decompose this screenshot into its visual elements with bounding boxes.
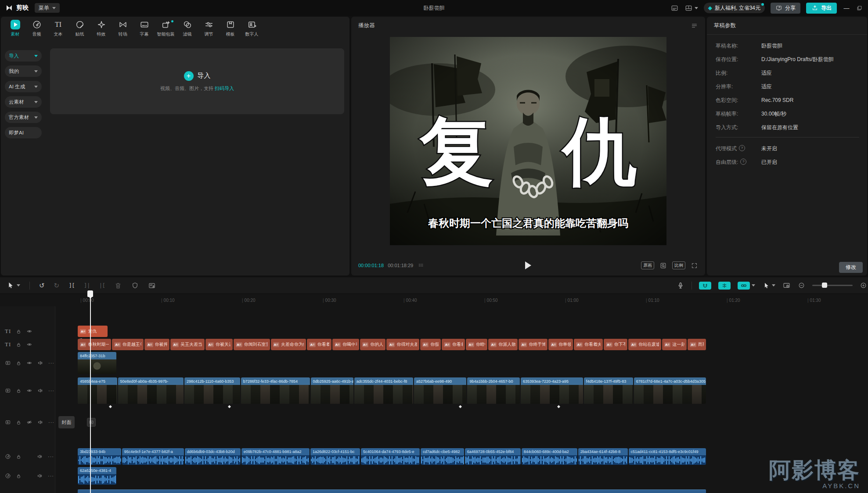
subtitle-clip[interactable]: A≡ 你站在废墟上	[628, 339, 661, 350]
audio-clip[interactable]: 1a26d822-03cf-4151-bc	[310, 448, 360, 465]
more-icon[interactable]: ···	[48, 360, 54, 366]
zoom-in-button[interactable]	[860, 282, 867, 289]
subtitle-clip[interactable]: A≡ 你得对夫差	[386, 339, 419, 350]
audio-clip[interactable]: 2ba434ae-614f-42b8-8	[578, 448, 628, 465]
scan-import-link[interactable]: 扫码导入	[215, 86, 234, 91]
tab-adjust[interactable]: 调节	[198, 19, 220, 42]
tab-digital-human[interactable]: 数字人	[241, 19, 263, 42]
speaker-icon[interactable]	[37, 419, 43, 425]
sidebar-item-jimeng-ai[interactable]: 即梦AI	[5, 127, 42, 138]
audio-clip[interactable]: c51ad411-cc81-4153-8df5-e3c9c01f49	[629, 448, 706, 465]
zoom-out-button[interactable]	[798, 282, 805, 289]
tab-material[interactable]: 素材	[4, 19, 26, 42]
timeline-preview-toggle[interactable]	[782, 281, 791, 290]
tab-audio[interactable]: 音频	[26, 19, 47, 42]
video-preview[interactable]: 复 仇 春秋时期一个亡国之君真的能靠吃苦翻身吗	[390, 37, 666, 245]
smart-caption-button[interactable]	[148, 282, 156, 290]
more-icon[interactable]: ···	[48, 473, 54, 478]
subtitle-clip[interactable]: A≡ 春秋时期一	[78, 339, 111, 350]
audio-clip[interactable]: 62a5250e-4381-4	[78, 467, 116, 485]
tab-smart-package[interactable]: 智能包装	[155, 19, 176, 42]
lock-icon[interactable]	[16, 473, 22, 479]
main-track-magnet-toggle[interactable]	[699, 282, 711, 290]
timeline-ruler[interactable]: 00:0000:1000:2000:3000:4000:5001:0001:10…	[55, 294, 868, 306]
export-button[interactable]: 导出	[806, 3, 837, 14]
more-icon[interactable]: ···	[48, 454, 54, 459]
subtitle-clip[interactable]: A≡ 你看着夫	[574, 339, 603, 350]
subtitle-clip[interactable]: A≡ 你看着	[442, 339, 465, 350]
tab-transition[interactable]: 转场	[112, 19, 133, 42]
speaker-icon[interactable]	[37, 453, 43, 460]
delete-button[interactable]	[114, 282, 122, 290]
audio-clip[interactable]: 5c401064-da74-4793-8de5-e	[361, 448, 420, 465]
keyframe-dot[interactable]	[557, 405, 560, 408]
subtitle-clip[interactable]: A≡ 你假装	[420, 339, 441, 350]
eye-icon[interactable]	[26, 360, 32, 366]
audio-clip[interactable]: 95c4e9cf-1e7e-4377-b82f-a	[122, 448, 184, 465]
lock-icon[interactable]	[16, 420, 22, 425]
tab-filter[interactable]: 滤镜	[176, 19, 198, 42]
promo-banner[interactable]: ◆ 新人福利, 立省34元	[704, 3, 765, 13]
tab-caption[interactable]: 字幕	[133, 19, 155, 42]
frame-columns-icon[interactable]	[418, 262, 424, 269]
keyframe-dot[interactable]	[109, 405, 112, 408]
subtitle-clip[interactable]: A≡ 夫差命你为他	[271, 339, 306, 350]
speaker-icon[interactable]	[37, 388, 43, 394]
subtitle-clip[interactable]: A≡ 你下不了	[604, 339, 627, 350]
lock-icon[interactable]	[16, 388, 22, 394]
video-clip[interactable]: 4585b4ea-e75	[78, 377, 117, 404]
subtitle-clip[interactable]: A≡ 你率领军	[548, 339, 573, 350]
lock-icon[interactable]	[16, 454, 22, 460]
minimize-button[interactable]: —	[843, 5, 850, 11]
audio-clip[interactable]: 3bd23933-94b	[78, 448, 121, 465]
subtitle-clip[interactable]: A≡ 你的人潜	[360, 339, 385, 350]
quality-button[interactable]: 原画	[641, 261, 654, 269]
sidebar-item-import[interactable]: 导入	[5, 50, 42, 62]
subtitle-clip[interactable]: A≡ 你闻到石室里	[234, 339, 270, 350]
audio-track-3-partial[interactable]	[78, 489, 706, 493]
subtitle-clip[interactable]: A≡ 你暗中	[466, 339, 487, 350]
video-clip[interactable]: a527b6ab-ee98-490	[414, 377, 466, 404]
lock-icon[interactable]	[16, 329, 22, 334]
audio-clip[interactable]: 6a469728-0b55-452e-bf84	[465, 448, 521, 465]
subtitle-clip[interactable]: A≡ 这一刻你	[662, 339, 687, 350]
eye-icon[interactable]	[26, 328, 32, 334]
video-clip[interactable]: f4d5418e-137f-49f5-83	[584, 377, 633, 404]
video-clip[interactable]: b7286f32-fe33-4fac-86db-7854	[241, 377, 310, 404]
record-voiceover-button[interactable]	[677, 282, 684, 290]
video-clip[interactable]: 84ffc2357-31b	[78, 352, 116, 374]
tab-sticker[interactable]: 贴纸	[69, 19, 90, 42]
split-keep-left-button[interactable]: ]|	[84, 282, 90, 289]
keyframe-dot[interactable]	[228, 405, 231, 408]
subtitle-clip[interactable]: A≡ 你派人散布	[488, 339, 518, 350]
help-icon[interactable]: ?	[740, 159, 746, 165]
subtitle-clip[interactable]: A≡ 你被押往	[144, 339, 169, 350]
menu-button[interactable]: 菜单	[35, 3, 60, 13]
split-button[interactable]: ][	[68, 282, 75, 289]
audio-clip[interactable]: dd6b6db9-03dc-43b8-b20d	[185, 448, 241, 465]
eye-icon[interactable]	[26, 341, 32, 348]
fullscreen-icon[interactable]	[691, 262, 698, 269]
playhead-handle[interactable]	[87, 290, 93, 297]
subtitle-clip[interactable]: A≡ 你看着	[307, 339, 331, 350]
split-keep-right-button[interactable]: |[	[99, 282, 105, 289]
play-button[interactable]	[525, 261, 531, 269]
lock-icon[interactable]	[16, 360, 22, 366]
auto-snap-toggle[interactable]	[718, 282, 731, 290]
subtitle-clip[interactable]: A≡ 你喝中草	[332, 339, 359, 350]
more-icon[interactable]: ···	[48, 420, 54, 425]
speaker-icon[interactable]	[37, 360, 43, 366]
select-tool-button[interactable]	[6, 281, 20, 290]
panel-layout-icon[interactable]	[670, 4, 679, 12]
cursor-mode-toggle[interactable]	[762, 282, 775, 290]
video-clip[interactable]: 6781cf7d-68e1-4a7c-a03c-d5b4d3a305	[634, 377, 706, 404]
help-icon[interactable]: ?	[739, 145, 745, 151]
tab-text[interactable]: TI 文本	[47, 19, 69, 42]
video-clip[interactable]: 298c412b-1110-4a60-b353	[184, 377, 240, 404]
import-dropzone[interactable]: + 导入 视频、音频、图片，支持 扫码导入	[50, 48, 344, 114]
more-icon[interactable]: ···	[48, 388, 54, 393]
cover-button[interactable]: 封面	[58, 416, 75, 428]
cover-thumbnail-placeholder[interactable]	[87, 418, 96, 427]
video-clip[interactable]: 50e8ed0f-ab0a-4b35-997b-	[118, 377, 184, 404]
subtitle-clip[interactable]: A≡ 你是越王勾	[112, 339, 144, 350]
